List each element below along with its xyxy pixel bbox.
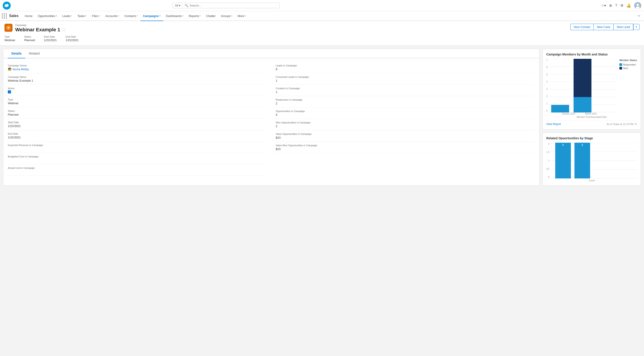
bar-group-2: 2 <box>574 143 590 178</box>
chart-campaign-members: Campaign Members by Month and Status 7 6… <box>542 49 641 130</box>
nav-item-opportunities[interactable]: Opportunities ▾ <box>35 11 60 21</box>
active-checkbox[interactable]: ✓ <box>8 90 11 94</box>
refresh-icon[interactable]: ↻ <box>635 122 637 126</box>
plus-icon[interactable]: ⊕ <box>609 3 612 8</box>
form-content: Campaign Owner 🧑Jenna Molby ✎ Campaign N… <box>3 58 539 179</box>
chart2-y-axis: 2 1.5 1 0.5 0 <box>546 143 550 178</box>
legend-title: Member Status <box>620 59 637 62</box>
nav-item-contacts[interactable]: Contacts ▾ <box>122 11 140 21</box>
field-expected-revenue: Expected Revenue in Campaign ✎ <box>8 142 267 153</box>
main-content: Details Related Campaign Owner 🧑Jenna Mo… <box>0 46 644 189</box>
nav-item-groups[interactable]: Groups ▾ <box>218 11 235 21</box>
svg-point-2 <box>636 6 640 9</box>
favorites-icon[interactable]: ☆▾ <box>601 3 606 8</box>
search-filter[interactable]: All ▾ <box>175 4 182 7</box>
page-header: Campaign Webinar Example 1 ⛶ New Contact… <box>0 21 644 46</box>
field-actual-cost: Actual Cost in Campaign ✎ <box>8 164 267 176</box>
field-leads-in-campaign: Leads in Campaign 8 <box>276 62 535 73</box>
chart1-x-labels: January 2021 March 2021 <box>556 112 619 115</box>
chevron-down-icon: ▾ <box>99 15 100 17</box>
chart2-wrapper: 2 1.5 1 0.5 0 <box>546 143 637 178</box>
chart1-x-title: Member First Associated Date <box>546 116 637 118</box>
chevron-down-icon: ▾ <box>56 15 57 17</box>
nav-item-campaigns[interactable]: Campaigns ▾ <box>140 11 163 21</box>
chevron-down-icon: ▾ <box>137 15 138 17</box>
y-axis-labels: 7 6 5 4 3 2 1 0 <box>546 59 548 112</box>
search-input[interactable] <box>190 4 278 7</box>
chart1-title: Campaign Members by Month and Status <box>546 52 637 56</box>
legend-sent-label: Sent <box>623 67 628 70</box>
bar-responded-mar <box>574 97 592 112</box>
field-value-opportunities: Value Opportunities in Campaign $23 <box>276 130 535 142</box>
bell-icon[interactable]: 🔔 <box>626 3 631 8</box>
legend-sent: Sent <box>620 67 637 70</box>
gear-icon[interactable]: ⚙ <box>620 3 624 8</box>
field-status: Status Planned ✎ <box>8 107 267 119</box>
chart1-timestamp-area: As of Today at 12:19 PM ↻ <box>607 122 637 126</box>
top-bar-right: ☆▾ ⊕ ? ⚙ 🔔 <box>601 2 641 9</box>
chart1-footer: View Report As of Today at 12:19 PM ↻ <box>546 120 637 126</box>
field-active: Active ✓ ✎ <box>8 85 267 96</box>
nav-item-chatter[interactable]: Chatter <box>203 11 218 21</box>
x-label-mar: March 2021 <box>582 112 600 115</box>
field-contacts-in-campaign: Contacts in Campaign 1 <box>276 85 535 96</box>
meta-start-date-value: 1/22/2021 <box>44 38 57 42</box>
tab-related[interactable]: Related <box>25 49 43 58</box>
svg-point-4 <box>8 27 10 28</box>
legend-responded-dot <box>620 63 622 66</box>
field-converted-leads: Converted Leads in Campaign 1 <box>276 73 535 85</box>
avatar[interactable] <box>634 2 641 9</box>
page-header-meta: Type Webinar Status Planned Start Date 1… <box>4 35 640 42</box>
app-name: Sales <box>9 14 18 18</box>
meta-type-value: Webinar <box>4 38 15 42</box>
record-name-row: Webinar Example 1 ⛶ <box>15 27 65 33</box>
field-owner-link[interactable]: 🧑Jenna Molby <box>8 68 29 71</box>
nav-item-home[interactable]: Home <box>22 11 35 21</box>
bar-stack-jan <box>551 105 569 112</box>
top-bar: All ▾ 🔍 ☆▾ ⊕ ? ⚙ 🔔 <box>0 0 644 11</box>
new-lead-button[interactable]: New Lead <box>613 24 633 30</box>
chart-related-opps: Related Opportunities by Stage 2 1.5 1 0… <box>542 132 641 186</box>
nav-item-files[interactable]: Files ▾ <box>89 11 102 21</box>
header-actions-dropdown[interactable]: ▾ <box>633 24 640 30</box>
bar-responded-jan <box>551 105 569 112</box>
nav-item-leads[interactable]: Leads ▾ <box>60 11 75 21</box>
nav-bar: Sales Home Opportunities ▾ Leads ▾ Tasks… <box>0 11 644 21</box>
chevron-down-icon: ▾ <box>200 15 200 17</box>
legend-responded: Responded <box>620 63 637 66</box>
legend-sent-dot <box>620 67 622 70</box>
bar1: 2 <box>555 143 571 178</box>
nav-item-accounts[interactable]: Accounts ▾ <box>103 11 122 21</box>
svg-point-1 <box>636 4 639 6</box>
chevron-down-icon: ▾ <box>182 15 183 17</box>
record-title: Webinar Example 1 <box>15 27 60 33</box>
field-won-opportunities: Won Opportunities in Campaign 2 <box>276 119 535 130</box>
meta-start-date: Start Date 1/22/2021 <box>44 35 57 42</box>
legend-responded-label: Responded <box>623 63 636 66</box>
new-case-button[interactable]: New Case <box>594 24 613 30</box>
chart2-bars: 2 2 2 <box>551 143 637 178</box>
nav-item-more[interactable]: More ▾ <box>235 11 249 21</box>
nav-item-tasks[interactable]: Tasks ▾ <box>75 11 89 21</box>
header-actions: New Contact New Case New Lead ▾ <box>570 24 640 30</box>
nav-item-dashboards[interactable]: Dashboards ▾ <box>163 11 186 21</box>
nav-item-reports[interactable]: Reports ▾ <box>186 11 204 21</box>
view-report-link[interactable]: View Report <box>546 122 561 126</box>
field-responses-in-campaign: Responses in Campaign 2 <box>276 96 535 108</box>
field-campaign-owner: Campaign Owner 🧑Jenna Molby ✎ <box>8 62 267 73</box>
record-type-label: Campaign <box>15 24 65 26</box>
bar2: 2 <box>574 143 590 178</box>
meta-status: Status Planned <box>24 35 35 42</box>
record-icon <box>4 24 12 32</box>
nav-edit-icon[interactable]: ✏ <box>636 14 642 18</box>
tab-details[interactable]: Details <box>8 49 25 58</box>
field-opportunities-in-campaign: Opportunities in Campaign 5 <box>276 108 535 119</box>
hierarchy-icon[interactable]: ⛶ <box>62 28 65 32</box>
salesforce-logo[interactable] <box>3 2 11 10</box>
question-icon[interactable]: ? <box>615 4 617 8</box>
field-start-date: Start Date 1/22/2021 ✎ <box>8 119 267 130</box>
field-type: Type Webinar ✎ <box>8 96 267 107</box>
app-launcher-icon[interactable] <box>2 14 7 18</box>
new-contact-button[interactable]: New Contact <box>570 24 594 30</box>
search-bar: All ▾ 🔍 <box>172 3 280 8</box>
